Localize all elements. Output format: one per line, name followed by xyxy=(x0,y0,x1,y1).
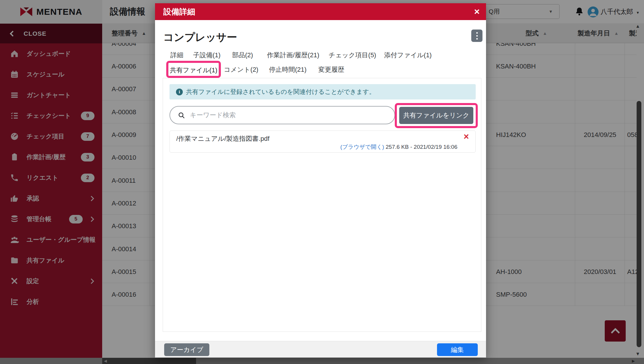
tab-change-history[interactable]: 変更履歴 xyxy=(318,65,344,74)
tab-check-items[interactable]: チェック項目(5) xyxy=(329,51,376,60)
keyword-search-box[interactable] xyxy=(169,106,395,124)
app-window: 設備情報 Q用 八千代太郎 A-00004KSAN-400BH A-00006K… xyxy=(0,0,644,364)
search-input[interactable] xyxy=(190,111,373,119)
annotation-highlight-link-button xyxy=(395,103,478,128)
open-in-browser-link[interactable]: (ブラウザで開く) xyxy=(340,144,384,150)
tab-work-plan-history[interactable]: 作業計画/履歴(21) xyxy=(267,51,319,60)
info-banner: 共有ファイルに登録されているものを関連付けることができます。 xyxy=(169,84,476,99)
close-icon xyxy=(474,6,480,17)
file-size-date: 257.6 KB - 2021/02/19 16:06 xyxy=(386,144,457,150)
file-path: /作業マニュアル/製造指図書.pdf xyxy=(176,134,270,143)
tab-parts[interactable]: 部品(2) xyxy=(232,51,253,60)
tab-comments[interactable]: コメント(2) xyxy=(224,65,258,74)
tab-attachments[interactable]: 添付ファイル(1) xyxy=(384,51,432,60)
modal-title: 設備詳細 xyxy=(163,6,195,17)
close-button[interactable] xyxy=(468,3,486,20)
file-meta: (ブラウザで開く) 257.6 KB - 2021/02/19 16:06 xyxy=(340,143,457,151)
tab-downtime[interactable]: 停止時間(21) xyxy=(269,65,306,74)
equipment-name: コンプレッサー xyxy=(163,30,237,44)
tab-sub-equipment[interactable]: 子設備(1) xyxy=(193,51,221,60)
modal-header: 設備詳細 xyxy=(155,3,486,20)
remove-file-icon[interactable] xyxy=(464,131,469,142)
annotation-highlight-shared-files-tab xyxy=(166,61,221,78)
kebab-menu-button[interactable] xyxy=(471,30,482,42)
search-icon xyxy=(178,112,185,119)
tab-details[interactable]: 詳細 xyxy=(170,51,183,60)
archive-button[interactable]: アーカイブ xyxy=(164,343,209,356)
modal-footer: アーカイブ 編集 xyxy=(155,341,486,358)
equipment-detail-modal: 設備詳細 コンプレッサー 詳細 子設備(1) 部品(2) 作業計画/履歴(21)… xyxy=(155,3,486,358)
edit-button[interactable]: 編集 xyxy=(437,343,478,356)
info-icon xyxy=(176,89,183,95)
shared-file-item[interactable]: /作業マニュアル/製造指図書.pdf (ブラウザで開く) 257.6 KB - … xyxy=(169,130,476,153)
